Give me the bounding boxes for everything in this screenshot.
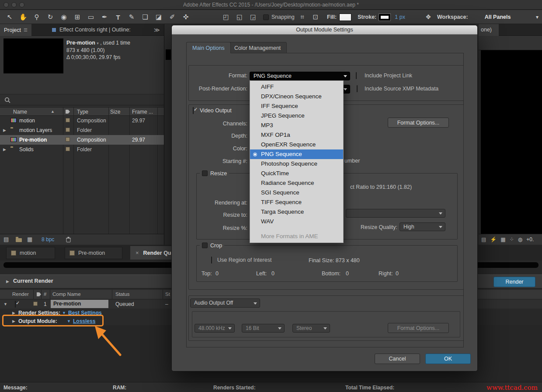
pan-behind-tool-icon[interactable]: ⊞	[72, 13, 83, 21]
label-swatch[interactable]	[33, 302, 38, 306]
stroke-swatch[interactable]	[379, 14, 390, 21]
dialog-titlebar[interactable]: Output Module Settings	[172, 25, 477, 35]
snap-anchor-icon[interactable]: ⊡	[310, 13, 321, 21]
search-input[interactable]	[12, 94, 156, 106]
crop-checkbox[interactable]	[202, 243, 208, 248]
world-axis-icon[interactable]: ◱	[234, 13, 245, 21]
panel-menu-icon[interactable]: ☰	[24, 28, 28, 32]
resize-checkbox[interactable]	[202, 170, 208, 176]
menu-item[interactable]: OpenEXR Sequence	[250, 140, 343, 149]
menu-item[interactable]: Radiance Sequence	[250, 178, 343, 188]
crop-top-value[interactable]: 0	[215, 271, 219, 277]
include-project-link-checkbox[interactable]	[356, 72, 357, 79]
table-row[interactable]: ▶ motion Layers Folder	[0, 125, 164, 135]
type-tool-icon[interactable]: T	[113, 14, 123, 21]
menu-item[interactable]: SGI Sequence	[250, 188, 343, 198]
column-frame[interactable]: Frame ...	[132, 109, 153, 115]
label-column-icon[interactable]	[66, 110, 70, 114]
clone-stamp-tool-icon[interactable]: ❏	[140, 13, 150, 21]
label-swatch[interactable]	[66, 118, 70, 122]
table-row[interactable]: motion Composition 29.97	[0, 116, 164, 125]
audio-channels-dropdown[interactable]: Stereo	[292, 324, 330, 333]
column-type[interactable]: Type	[77, 109, 88, 115]
eraser-tool-icon[interactable]: ◪	[153, 13, 164, 21]
crop-right-value[interactable]: 0	[396, 271, 399, 277]
menu-item[interactable]: MP3	[250, 121, 343, 130]
exposure-icon[interactable]: ⚡	[490, 236, 497, 243]
tab-motion[interactable]: motion	[6, 247, 55, 259]
fill-swatch[interactable]	[339, 14, 351, 21]
interpret-footage-icon[interactable]: ▤	[3, 236, 9, 243]
column-size[interactable]: Size	[110, 109, 120, 115]
brush-tool-icon[interactable]: ✎	[126, 13, 137, 21]
label-column-icon[interactable]	[37, 292, 41, 296]
stroke-width-value[interactable]: 1 px	[395, 14, 405, 20]
bit-depth-button[interactable]: 8 bpc	[42, 236, 54, 243]
zoom-tool-icon[interactable]: ⚲	[31, 13, 42, 21]
workspace-value[interactable]: All Panels	[485, 14, 511, 20]
current-render-expand-icon[interactable]: ▶	[6, 279, 9, 284]
column-comp-name[interactable]: Comp Name	[52, 291, 81, 297]
label-swatch[interactable]	[66, 137, 70, 142]
view-axis-icon[interactable]: ◲	[248, 13, 258, 21]
composition-view[interactable]	[481, 50, 542, 234]
view-layout-icon[interactable]: ▤	[481, 236, 486, 243]
column-name[interactable]: Name	[13, 109, 27, 115]
render-item-checkbox[interactable]	[15, 301, 16, 308]
column-status[interactable]: Status	[115, 291, 130, 297]
resize-quality-dropdown[interactable]: High	[400, 222, 445, 231]
tab-project[interactable]: Project ☰	[0, 24, 31, 36]
menu-item[interactable]: Photoshop Sequence	[250, 159, 343, 169]
crop-bottom-value[interactable]: 0	[346, 271, 349, 277]
table-row-selected[interactable]: Pre-motion Composition 29.97	[0, 135, 164, 145]
trash-icon[interactable]	[66, 236, 71, 244]
preview-flyout-icon[interactable]: ▾	[97, 41, 99, 45]
tab-effect-controls[interactable]: Effect Controls right | Outline:	[59, 27, 152, 33]
tab-pre-motion[interactable]: Pre-motion	[65, 247, 122, 259]
cancel-button[interactable]: Cancel	[375, 354, 420, 364]
channels-icon[interactable]: ⁘	[510, 236, 514, 243]
menu-item[interactable]: JPEG Sequence	[250, 111, 343, 121]
hand-tool-icon[interactable]: ✋	[18, 13, 28, 21]
collapse-arrow-icon[interactable]: ▼	[3, 302, 7, 306]
shape-tool-icon[interactable]: ▭	[86, 13, 96, 21]
column-render[interactable]: Render	[12, 291, 29, 297]
tab-main-options[interactable]: Main Options	[186, 42, 231, 53]
local-axis-icon[interactable]: ◰	[221, 13, 231, 21]
expand-arrow-icon[interactable]: ▶	[3, 147, 6, 152]
menu-item[interactable]: AIFF	[250, 82, 343, 92]
roto-brush-tool-icon[interactable]: ✐	[167, 13, 177, 21]
selection-tool-icon[interactable]: ↖	[4, 13, 15, 21]
tab-color-management[interactable]: Color Management	[228, 42, 287, 53]
grid-icon[interactable]: ▦	[500, 236, 505, 243]
viewer-tab-fragment[interactable]: one)	[479, 24, 499, 36]
camera-tool-icon[interactable]: ◉	[59, 13, 69, 21]
resize-preset-dropdown[interactable]	[346, 209, 445, 218]
menu-item[interactable]: MXF OP1a	[250, 130, 343, 140]
label-swatch[interactable]	[66, 147, 70, 151]
format-dropdown[interactable]: PNG Sequence	[250, 72, 350, 80]
menu-item[interactable]: DPX/Cineon Sequence	[250, 92, 343, 101]
close-tab-icon[interactable]: ×	[136, 250, 139, 256]
comp-name-cell[interactable]: Pre-motion	[51, 300, 108, 308]
audio-output-dropdown[interactable]: Audio Output Off	[190, 298, 260, 308]
workspace-dropdown-arrow[interactable]: ▾	[536, 14, 539, 20]
expand-arrow-icon[interactable]: ▶	[3, 128, 6, 132]
video-output-checkbox[interactable]	[193, 107, 194, 114]
snapping-checkbox[interactable]	[263, 14, 269, 20]
sort-arrow-icon[interactable]: ▲	[51, 109, 55, 114]
menu-item[interactable]: IFF Sequence	[250, 101, 343, 111]
ok-button[interactable]: OK	[425, 354, 471, 364]
audio-format-options-button[interactable]: Format Options...	[388, 323, 449, 333]
audio-depth-dropdown[interactable]: 16 Bit	[242, 324, 285, 333]
use-region-checkbox[interactable]	[211, 257, 212, 264]
region-icon[interactable]: ◍	[518, 236, 522, 243]
menu-item[interactable]: WAV	[250, 217, 343, 226]
menu-item-selected[interactable]: PNG Sequence	[250, 149, 343, 159]
menu-item[interactable]: Targa Sequence	[250, 207, 343, 217]
format-options-button[interactable]: Format Options...	[388, 118, 449, 128]
rotation-tool-icon[interactable]: ↻	[45, 13, 56, 21]
puppet-pin-tool-icon[interactable]: ✜	[181, 13, 191, 21]
render-button[interactable]: Render	[493, 277, 535, 287]
audio-rate-dropdown[interactable]: 48.000 kHz	[195, 324, 235, 333]
